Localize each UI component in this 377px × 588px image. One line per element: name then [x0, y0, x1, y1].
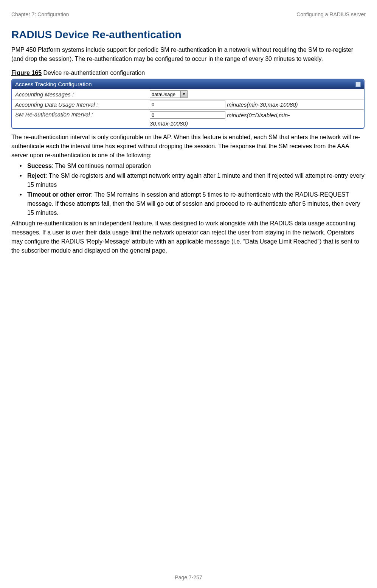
- row-reauth-interval: SM Re-authentication Interval : minutes(…: [12, 109, 364, 128]
- figure-text: Device re-authentication configuration: [42, 70, 145, 76]
- figure-number: Figure 165: [11, 70, 42, 76]
- label-accounting-messages: Accounting Messages :: [12, 90, 148, 99]
- header-left: Chapter 7: Configuration: [11, 11, 69, 17]
- closing-paragraph: Although re-authentication is an indepen…: [11, 219, 366, 255]
- controls-data-usage-interval: minutes(min-30,max-10080): [148, 99, 364, 109]
- select-value: dataUsage: [150, 92, 180, 97]
- data-usage-interval-hint: minutes(min-30,max-10080): [227, 101, 298, 108]
- controls-reauth-interval: minutes(0=Disabled,min- 30,max-10080): [148, 110, 364, 128]
- bullet-text: : The SM de-registers and will attempt n…: [27, 172, 365, 188]
- list-item: Reject: The SM de-registers and will att…: [11, 171, 366, 189]
- data-usage-interval-input[interactable]: [150, 101, 225, 108]
- row-accounting-messages: Accounting Messages : dataUsage ▼: [12, 89, 364, 99]
- chevron-down-icon: ▼: [180, 91, 187, 98]
- figure-caption: Figure 165 Device re-authentication conf…: [11, 70, 366, 76]
- bullet-text: : The SM continues normal operation: [52, 163, 151, 169]
- list-item: Timeout or other error: The SM remains i…: [11, 190, 366, 217]
- accounting-messages-select[interactable]: dataUsage ▼: [150, 90, 188, 98]
- reauth-interval-hint-1: minutes(0=Disabled,min-: [227, 112, 290, 118]
- header-right: Configuring a RADIUS server: [296, 11, 366, 17]
- access-tracking-panel: Access Tracking Configuration − Accounti…: [11, 79, 365, 129]
- reauth-interval-input[interactable]: [150, 111, 225, 119]
- label-data-usage-interval: Accounting Data Usage Interval :: [12, 100, 148, 109]
- bullet-bold: Timeout or other error: [27, 191, 91, 198]
- collapse-icon[interactable]: −: [355, 82, 361, 87]
- page-title: RADIUS Device Re-authentication: [11, 29, 366, 41]
- row-data-usage-interval: Accounting Data Usage Interval : minutes…: [12, 99, 364, 109]
- response-list: Success: The SM continues normal operati…: [11, 161, 366, 217]
- list-item: Success: The SM continues normal operati…: [11, 161, 366, 171]
- page-footer: Page 7-257: [0, 574, 377, 580]
- intro-paragraph: PMP 450 Platform systems include support…: [11, 45, 366, 64]
- reauth-interval-hint-2: 30,max-10080): [150, 120, 362, 127]
- bullet-bold: Reject: [27, 172, 45, 179]
- panel-title: Access Tracking Configuration: [15, 81, 92, 87]
- page-header: Chapter 7: Configuration Configuring a R…: [11, 11, 366, 17]
- bullet-bold: Success: [27, 163, 52, 169]
- paragraph-after-figure: The re-authentication interval is only c…: [11, 133, 366, 160]
- label-reauth-interval: SM Re-authentication Interval :: [12, 110, 148, 119]
- controls-accounting-messages: dataUsage ▼: [148, 89, 364, 99]
- panel-header: Access Tracking Configuration −: [12, 79, 364, 89]
